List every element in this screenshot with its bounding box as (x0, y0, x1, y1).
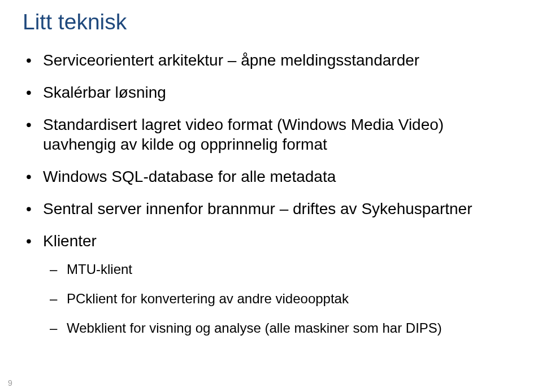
list-item-label: Klienter (43, 232, 97, 250)
list-item: Windows SQL-database for alle metadata (43, 167, 519, 186)
slide: Litt teknisk Serviceorientert arkitektur… (0, 0, 542, 392)
list-item: PCklient for konvertering av andre video… (67, 290, 519, 307)
list-item: Standardisert lagret video format (Windo… (43, 115, 519, 154)
list-item: Sentral server innenfor brannmur – drift… (43, 199, 519, 219)
sub-bullet-list: MTU-klient PCklient for konvertering av … (43, 261, 519, 337)
list-item: Serviceorientert arkitektur – åpne meldi… (43, 50, 519, 70)
list-item: MTU-klient (67, 261, 519, 278)
bullet-list: Serviceorientert arkitektur – åpne meldi… (23, 50, 519, 337)
list-item: Klienter MTU-klient PCklient for konvert… (43, 231, 519, 337)
page-number: 9 (8, 378, 12, 387)
list-item: Skalérbar løsning (43, 82, 519, 102)
list-item: Webklient for visning og analyse (alle m… (67, 320, 519, 337)
slide-title: Litt teknisk (23, 10, 519, 34)
